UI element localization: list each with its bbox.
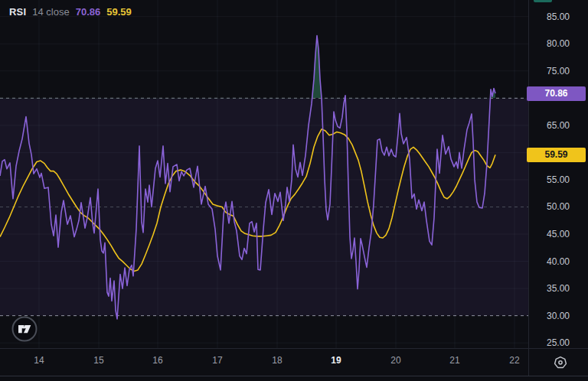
settings-gear-icon[interactable]: [553, 355, 568, 370]
tradingview-logo[interactable]: [11, 316, 38, 342]
time-tick-label: 22: [502, 354, 527, 366]
indicator-value-ma: 59.59: [106, 6, 132, 18]
price-tick-label: 75.00: [528, 65, 588, 77]
time-tick-label: 21: [443, 354, 467, 366]
time-tick-label: 16: [145, 354, 170, 366]
price-tick-label: 65.00: [528, 119, 588, 132]
indicator-legend[interactable]: RSI 14 close 70.86 59.59: [9, 6, 132, 18]
price-badge-sliver: [534, 0, 552, 2]
indicator-params: 14 close: [32, 6, 69, 18]
time-tick-label: 14: [27, 354, 51, 366]
rsi-indicator-pane[interactable]: RSI 14 close 70.86 59.59 85.0080.0075.00…: [0, 0, 588, 381]
price-tick-label: 40.00: [528, 256, 588, 268]
price-tick-label: 50.00: [528, 200, 588, 213]
ma-value-badge: 59.59: [527, 148, 586, 162]
price-tick-label: 45.00: [528, 228, 588, 240]
indicator-title: RSI: [9, 6, 26, 18]
indicator-value-rsi: 70.86: [76, 6, 101, 18]
price-tick-label: 85.00: [528, 11, 588, 23]
price-tick-label: 25.00: [528, 337, 588, 349]
price-tick-label: 35.00: [528, 282, 588, 295]
rsi-value-badge: 70.86: [527, 86, 586, 101]
time-tick-label: 20: [384, 354, 408, 366]
time-tick-label: 17: [205, 354, 230, 366]
time-tick-label: 19: [324, 354, 348, 366]
time-tick-label: 18: [265, 354, 289, 366]
price-tick-label: 30.00: [528, 310, 588, 322]
price-tick-label: 80.00: [528, 37, 588, 50]
price-tick-label: 55.00: [528, 174, 588, 186]
time-tick-label: 15: [87, 354, 111, 366]
rsi-chart-canvas[interactable]: [0, 0, 588, 381]
